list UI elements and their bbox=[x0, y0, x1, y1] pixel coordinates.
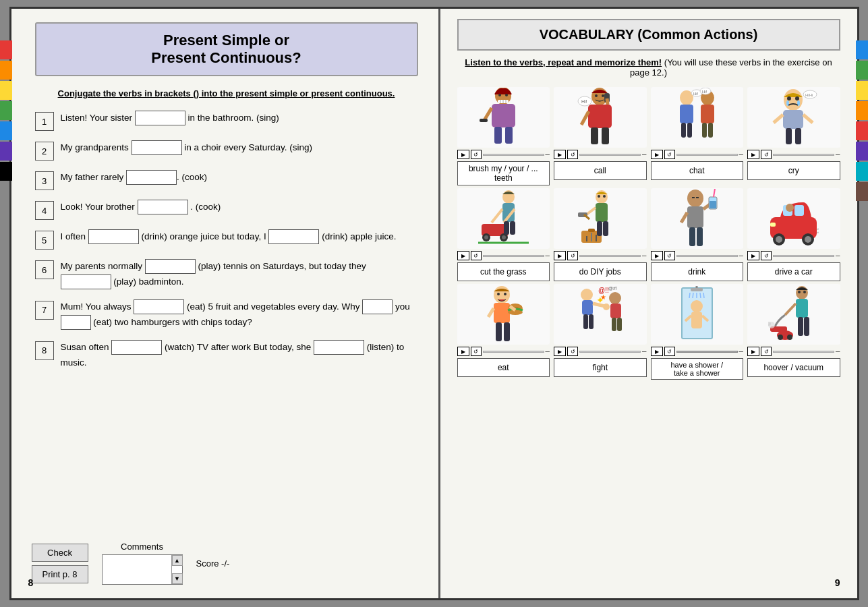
svg-rect-58 bbox=[510, 221, 515, 235]
answer-input-1[interactable] bbox=[135, 111, 185, 125]
left-tab-orange[interactable] bbox=[0, 61, 12, 80]
replay-button-cry[interactable]: ↺ bbox=[761, 150, 772, 159]
exercise-text-7: Mum! You always (eat) 5 fruit and vegeta… bbox=[61, 299, 418, 330]
play-button-call[interactable]: ▶ bbox=[554, 150, 566, 159]
check-button[interactable]: Check bbox=[32, 544, 88, 562]
replay-button-eat[interactable]: ↺ bbox=[471, 347, 482, 356]
right-page: VOCABULARY (Common Actions) Listen to th… bbox=[440, 9, 857, 598]
play-button-fight[interactable]: ▶ bbox=[554, 347, 566, 356]
audio-controls-cry: ▶ ↺ ─ bbox=[747, 150, 840, 159]
right-tab-purple[interactable] bbox=[856, 142, 868, 161]
left-tab-purple[interactable] bbox=[0, 142, 12, 161]
title-line1: Present Simple or bbox=[163, 32, 289, 49]
answer-input-3[interactable] bbox=[126, 170, 177, 185]
answer-input-4[interactable] bbox=[138, 200, 188, 214]
svg-rect-36 bbox=[783, 110, 803, 129]
play-button-drink[interactable]: ▶ bbox=[651, 251, 663, 260]
exercise-num-1: 1 bbox=[35, 112, 54, 131]
svg-line-16 bbox=[581, 111, 589, 125]
play-button-cry[interactable]: ▶ bbox=[747, 150, 759, 159]
svg-rect-91 bbox=[770, 223, 776, 227]
exercise-num-7: 7 bbox=[35, 301, 54, 320]
right-tab-green[interactable] bbox=[856, 61, 868, 80]
right-tab-yellow[interactable] bbox=[856, 81, 868, 100]
replay-button-drive[interactable]: ↺ bbox=[761, 251, 772, 260]
play-button-cut-grass[interactable]: ▶ bbox=[457, 251, 469, 260]
answer-input-8b[interactable] bbox=[314, 340, 364, 355]
exercise-num-8: 8 bbox=[35, 341, 54, 360]
left-page-number: 8 bbox=[28, 577, 34, 588]
svg-text:Hi!: Hi! bbox=[581, 99, 587, 104]
svg-point-40 bbox=[795, 96, 799, 100]
exercise-item-4: 4 Look! Your brother . (cook) bbox=[35, 200, 418, 220]
answer-input-6a[interactable] bbox=[145, 259, 196, 274]
right-tab-blue[interactable] bbox=[856, 40, 868, 59]
audio-bar-eat bbox=[483, 351, 544, 353]
replay-button-chat[interactable]: ↺ bbox=[664, 150, 675, 159]
left-tab-red[interactable] bbox=[0, 40, 12, 59]
scroll-up[interactable]: ▲ bbox=[172, 555, 183, 566]
answer-input-6b[interactable] bbox=[61, 274, 111, 289]
exercise-num-6: 6 bbox=[35, 260, 54, 279]
play-button-hoover[interactable]: ▶ bbox=[747, 347, 759, 356]
right-tab-orange[interactable] bbox=[856, 101, 868, 120]
play-button-brush[interactable]: ▶ bbox=[457, 150, 469, 159]
answer-input-7a[interactable] bbox=[134, 299, 184, 314]
play-button-diy[interactable]: ▶ bbox=[554, 251, 566, 260]
play-button-shower[interactable]: ▶ bbox=[651, 347, 663, 356]
right-page-number: 9 bbox=[835, 577, 840, 588]
svg-point-54 bbox=[484, 235, 488, 239]
svg-rect-133 bbox=[796, 299, 808, 318]
answer-input-8a[interactable] bbox=[111, 340, 162, 355]
right-tab-brown[interactable] bbox=[856, 182, 868, 201]
answer-input-5b[interactable] bbox=[268, 229, 319, 244]
answer-input-7c[interactable] bbox=[61, 315, 91, 330]
left-tab-blue[interactable] bbox=[0, 121, 12, 140]
scroll-down[interactable]: ▼ bbox=[172, 573, 183, 584]
right-tab-red[interactable] bbox=[856, 121, 868, 140]
left-tab-black[interactable] bbox=[0, 162, 12, 181]
replay-button-call[interactable]: ↺ bbox=[567, 150, 578, 159]
audio-bar-drive bbox=[773, 255, 834, 257]
replay-button-diy[interactable]: ↺ bbox=[567, 251, 578, 260]
answer-input-2[interactable] bbox=[132, 140, 182, 155]
svg-rect-104 bbox=[496, 322, 502, 341]
answer-input-7b[interactable] bbox=[362, 299, 393, 314]
replay-button-hoover[interactable]: ↺ bbox=[761, 347, 772, 356]
left-tab-green[interactable] bbox=[0, 101, 12, 120]
svg-point-17 bbox=[595, 94, 598, 97]
svg-line-37 bbox=[774, 115, 783, 123]
vocab-image-cut-grass bbox=[457, 188, 550, 249]
play-button-eat[interactable]: ▶ bbox=[457, 347, 469, 356]
vocab-image-drive bbox=[747, 188, 840, 249]
svg-rect-30 bbox=[708, 123, 713, 138]
answer-input-5a[interactable] bbox=[88, 229, 139, 244]
svg-rect-86 bbox=[794, 205, 804, 216]
audio-controls-call: ▶ ↺ ─ bbox=[554, 150, 647, 159]
replay-button-brush[interactable]: ↺ bbox=[471, 150, 482, 159]
svg-line-134 bbox=[785, 304, 796, 315]
svg-rect-129 bbox=[691, 312, 702, 328]
vocab-item-shower: ▶ ↺ ─ have a shower /take a shower bbox=[651, 284, 744, 380]
left-tab-yellow[interactable] bbox=[0, 81, 12, 100]
svg-rect-117 bbox=[589, 314, 594, 329]
print-button[interactable]: Print p. 8 bbox=[32, 565, 88, 583]
play-button-chat[interactable]: ▶ bbox=[651, 150, 663, 159]
svg-line-124 bbox=[693, 293, 693, 298]
replay-button-cut-grass[interactable]: ↺ bbox=[471, 251, 482, 260]
replay-button-fight[interactable]: ↺ bbox=[567, 347, 578, 356]
svg-rect-111 bbox=[610, 304, 621, 318]
exercise-num-2: 2 bbox=[35, 142, 54, 161]
replay-button-drink[interactable]: ↺ bbox=[664, 251, 675, 260]
comments-box[interactable]: ▲ ▼ bbox=[102, 554, 183, 585]
right-tab-cyan[interactable] bbox=[856, 162, 868, 181]
replay-button-shower[interactable]: ↺ bbox=[664, 347, 675, 356]
svg-rect-82 bbox=[689, 227, 695, 246]
exercise-num-4: 4 bbox=[35, 201, 54, 220]
play-button-drive[interactable]: ▶ bbox=[747, 251, 759, 260]
vocab-image-fight: ✦ ★ @!! @#! bbox=[554, 284, 647, 345]
exercise-item-5: 5 I often (drink) orange juice but today… bbox=[35, 229, 418, 250]
exercise-item-6: 6 My parents normally (play) tennis on S… bbox=[35, 259, 418, 290]
svg-point-55 bbox=[502, 235, 506, 239]
svg-rect-24 bbox=[680, 105, 693, 123]
